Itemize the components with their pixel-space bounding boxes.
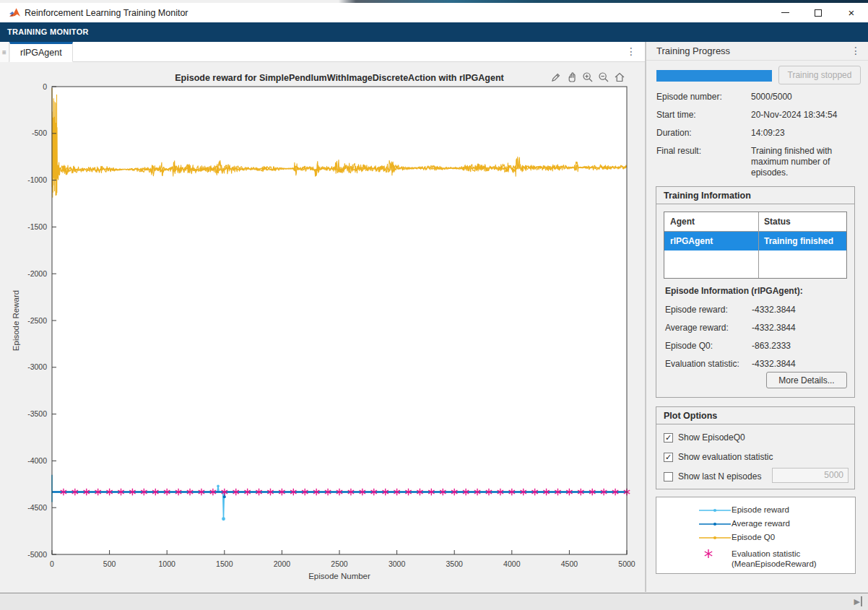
more-details-button[interactable]: More Details... xyxy=(766,372,847,388)
svg-text:2500: 2500 xyxy=(331,559,348,568)
agent-status-table: Agent Status rlPGAgent Training finished xyxy=(664,212,847,279)
close-button[interactable]: × xyxy=(835,3,868,22)
svg-text:-2000: -2000 xyxy=(27,269,47,278)
bottom-scrollbar[interactable]: ▶ xyxy=(0,593,868,610)
maximize-button[interactable] xyxy=(802,3,835,22)
svg-text:-5000: -5000 xyxy=(27,550,47,559)
svg-text:4000: 4000 xyxy=(503,559,521,568)
plot-options-title: Plot Options xyxy=(656,407,854,424)
show-last-n-episodes-checkbox[interactable]: Show last N episodes xyxy=(664,471,761,482)
svg-text:Episode Reward: Episode Reward xyxy=(12,290,20,351)
matlab-logo-icon xyxy=(9,6,21,22)
average-reward-row: Average reward:-4332.3844 xyxy=(665,323,729,333)
plot-options-group: Plot Options ✓ Show EpisodeQ0 ✓ Show eva… xyxy=(656,406,855,489)
legend-line-dot-icon xyxy=(698,532,732,544)
svg-text:1000: 1000 xyxy=(159,559,176,568)
reward-plot[interactable]: 0500100015002000250030003500400045005000… xyxy=(0,62,645,592)
svg-text:-3500: -3500 xyxy=(27,409,47,418)
legend-average-reward: Average reward xyxy=(656,518,855,531)
panel-header: Training Progress ⋮ xyxy=(646,42,868,61)
tab-rlpgagent[interactable]: rlPGAgent xyxy=(9,42,73,62)
chart-legend: Episode reward Average reward Episode Q0… xyxy=(656,497,856,574)
svg-text:-3000: -3000 xyxy=(27,362,47,371)
svg-text:500: 500 xyxy=(103,559,116,568)
legend-line-dot-icon xyxy=(698,505,732,516)
svg-text:1500: 1500 xyxy=(216,559,233,568)
training-progress-bar xyxy=(656,70,772,82)
tab-grip-icon[interactable]: ≡ xyxy=(0,42,9,62)
tab-options-kebab-icon[interactable]: ⋮ xyxy=(626,46,636,56)
legend-line-dot-icon xyxy=(698,518,732,530)
episode-information-title: Episode Information (rlPGAgent): xyxy=(665,286,803,296)
svg-text:-4000: -4000 xyxy=(27,456,47,465)
window-titlebar: Reinforcement Learning Training Monitor … xyxy=(0,3,868,22)
training-stopped-button[interactable]: Training stopped xyxy=(778,66,861,84)
training-progress-panel: Training Progress ⋮ Training stopped Epi… xyxy=(646,42,868,592)
panel-title: Training Progress xyxy=(656,45,730,56)
checkbox-icon[interactable]: ✓ xyxy=(664,453,673,462)
svg-text:5000: 5000 xyxy=(618,559,635,568)
svg-text:2000: 2000 xyxy=(274,559,291,568)
training-information-title: Training Information xyxy=(656,187,854,204)
episode-number-row: Episode number:5000/5000 xyxy=(656,92,722,102)
episode-reward-row: Episode reward:-4332.3844 xyxy=(665,305,728,315)
legend-episode-q0: Episode Q0 xyxy=(656,532,855,545)
svg-text:-4500: -4500 xyxy=(27,503,47,512)
window-title: Reinforcement Learning Training Monitor xyxy=(25,8,188,18)
training-information-group: Training Information Agent Status rlPGAg… xyxy=(656,186,855,398)
svg-text:0: 0 xyxy=(43,82,47,91)
svg-text:0: 0 xyxy=(50,559,54,568)
legend-evaluation-statistic: Evaluation statistic (MeanEpisodeReward) xyxy=(656,548,855,570)
minimize-button[interactable] xyxy=(768,3,802,22)
evaluation-statistic-row: Evaluation statistic:-4332.3844 xyxy=(665,359,739,369)
svg-text:Episode Number: Episode Number xyxy=(308,572,370,580)
ribbon-tab-training-monitor[interactable]: TRAINING MONITOR xyxy=(7,27,89,36)
episode-q0-row: Episode Q0:-863.2333 xyxy=(665,341,713,351)
toolstrip-ribbon: TRAINING MONITOR xyxy=(0,22,868,42)
checkbox-icon[interactable]: ✓ xyxy=(664,433,673,443)
start-time-row: Start time:20-Nov-2024 18:34:54 xyxy=(656,110,696,120)
scroll-to-end-icon[interactable]: ▶ xyxy=(854,596,862,606)
document-tab-bar: ≡ rlPGAgent ⋮ xyxy=(0,42,646,62)
duration-row: Duration:14:09:23 xyxy=(656,128,692,138)
chart-panel: Episode reward for SimplePendlumWithImag… xyxy=(0,62,645,592)
table-header-row: Agent Status xyxy=(664,212,846,232)
last-n-episodes-input[interactable]: 5000 xyxy=(772,468,849,483)
show-episodeq0-checkbox[interactable]: ✓ Show EpisodeQ0 xyxy=(664,432,745,443)
svg-text:3000: 3000 xyxy=(389,559,406,568)
panel-options-kebab-icon[interactable]: ⋮ xyxy=(851,45,861,56)
training-progress-fill xyxy=(656,70,772,82)
svg-text:3500: 3500 xyxy=(446,559,464,568)
checkbox-icon[interactable] xyxy=(664,472,673,482)
legend-asterisk-icon xyxy=(698,548,732,559)
legend-episode-reward: Episode reward xyxy=(656,505,855,518)
final-result-row: Final result:Training finished with maxi… xyxy=(656,146,701,156)
table-row-rlpgagent[interactable]: rlPGAgent Training finished xyxy=(664,232,846,250)
svg-text:-1500: -1500 xyxy=(27,222,47,231)
svg-text:-2500: -2500 xyxy=(27,316,47,325)
svg-text:-1000: -1000 xyxy=(27,175,47,184)
svg-text:4500: 4500 xyxy=(561,559,578,568)
table-column-divider xyxy=(758,212,759,278)
show-evaluation-statistic-checkbox[interactable]: ✓ Show evaluation statistic xyxy=(664,451,773,463)
svg-text:-500: -500 xyxy=(32,128,47,137)
